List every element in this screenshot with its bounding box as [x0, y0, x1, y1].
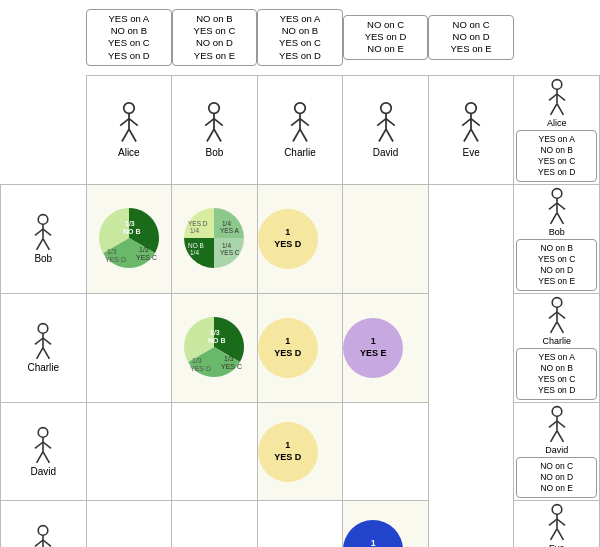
svg-text:1/4: 1/4	[222, 242, 231, 249]
svg-line-82	[35, 442, 43, 448]
alice-bob-cell: 1/3 NO B 1/3 YES C 1/3 YES D	[86, 184, 172, 293]
svg-line-16	[293, 129, 300, 141]
charlie-eve-cell: 1 YES E	[343, 293, 429, 402]
eve-david-circle: 1 NO C	[343, 520, 403, 547]
david-charlie-text: YES D	[274, 452, 301, 464]
svg-point-24	[466, 103, 477, 114]
charlie-row-label: Charlie	[27, 362, 59, 373]
charlie-row-figure: Charlie	[1, 293, 87, 402]
svg-text:1/3: 1/3	[125, 220, 135, 227]
bob-right-label: NO on BYES on CNO on DYES on E	[516, 239, 597, 291]
svg-line-3	[129, 119, 138, 126]
alice-person: Alice	[87, 101, 172, 158]
svg-line-26	[462, 119, 471, 126]
charlie-right-cell: Charlie YES on ANO on BYES on CYES on D	[514, 293, 600, 402]
svg-text:1/3: 1/3	[192, 357, 202, 364]
svg-text:1/3: 1/3	[107, 248, 117, 255]
charlie-eve-circle: 1 YES E	[343, 318, 403, 378]
charlie-bob-cell: 1/3 NO B 1/3 YES C 1/3 YES D	[172, 293, 258, 402]
svg-text:1/3: 1/3	[224, 355, 234, 362]
alice-top-label: YES on ANO on BYES on CYES on D	[86, 0, 172, 75]
svg-line-4	[122, 129, 129, 141]
david-right-label: NO on CNO on DNO on E	[516, 457, 597, 498]
bob-figure-cell: Bob	[172, 75, 258, 184]
svg-point-0	[124, 103, 135, 114]
svg-line-101	[557, 519, 565, 525]
svg-line-102	[550, 529, 556, 540]
svg-line-90	[550, 431, 556, 442]
svg-point-6	[209, 103, 220, 114]
alice-stick-figure	[111, 101, 147, 145]
david-right-stick-figure	[542, 405, 572, 445]
svg-point-80	[38, 428, 48, 438]
alice-right-name: Alice	[547, 118, 567, 128]
svg-line-83	[43, 442, 51, 448]
svg-line-23	[386, 129, 393, 141]
svg-point-18	[380, 103, 391, 114]
charlie-stick-figure	[282, 101, 318, 145]
svg-line-76	[549, 312, 557, 318]
svg-point-30	[552, 79, 562, 89]
eve-top-label: NO on CNO on DYES on E	[428, 0, 514, 75]
svg-text:NO B: NO B	[208, 337, 226, 344]
david-top-label: NO on CYES on DNO on E	[343, 0, 429, 75]
eve-david-value: 1	[371, 538, 376, 547]
eve-person: Eve	[429, 101, 514, 158]
svg-line-77	[557, 312, 565, 318]
david-charlie-circle: 1 YES D	[258, 422, 318, 482]
charlie-right-name: Charlie	[542, 336, 571, 346]
svg-point-92	[38, 526, 48, 536]
svg-line-61	[557, 212, 563, 223]
charlie-david-circle: 1 YES D	[258, 318, 318, 378]
svg-line-40	[37, 239, 43, 250]
svg-line-34	[550, 103, 556, 114]
svg-text:YES D: YES D	[190, 365, 211, 372]
david-row-figure: David	[1, 403, 87, 501]
alice-right-stick-figure	[542, 78, 572, 118]
eve-row-stick-figure	[28, 524, 58, 547]
svg-text:YES C: YES C	[220, 249, 240, 256]
svg-text:1/4: 1/4	[190, 249, 199, 256]
svg-text:YES A: YES A	[220, 227, 239, 234]
svg-line-27	[471, 119, 480, 126]
charlie-david-cell: 1 YES D	[257, 293, 343, 402]
svg-line-84	[37, 452, 43, 463]
david-label: David	[373, 147, 399, 158]
charlie-row-stick-figure	[28, 322, 58, 362]
svg-line-2	[120, 119, 129, 126]
svg-line-20	[377, 119, 386, 126]
svg-line-15	[300, 119, 309, 126]
svg-text:1/3: 1/3	[139, 246, 149, 253]
alice-charlie-pie: 1/4 YES A 1/4 YES C NO B 1/4 YES D 1/4	[180, 204, 248, 272]
alice-right-cell: Alice YES on ANO on BYES on CYES on D	[514, 75, 600, 184]
svg-line-64	[35, 338, 43, 344]
svg-line-28	[464, 129, 471, 141]
svg-line-58	[549, 203, 557, 209]
bob-right-stick-figure	[542, 187, 572, 227]
main-table: YES on ANO on BYES on CYES on D NO on BY…	[0, 0, 600, 547]
eve-david-cell: 1 NO C	[343, 501, 429, 547]
alice-bob-pie: 1/3 NO B 1/3 YES C 1/3 YES D	[95, 204, 163, 272]
alice-david-text: YES D	[274, 239, 301, 251]
eve-stick-figure	[453, 101, 489, 145]
svg-line-14	[291, 119, 300, 126]
charlie-eve-text: YES E	[360, 348, 387, 360]
svg-text:NO B: NO B	[123, 228, 141, 235]
svg-line-29	[471, 129, 478, 141]
svg-line-32	[549, 94, 557, 100]
svg-line-67	[43, 348, 49, 359]
eve-row-figure: Eve	[1, 501, 87, 547]
svg-line-11	[214, 129, 221, 141]
alice-david-circle: 1 YES D	[258, 209, 318, 269]
svg-point-56	[552, 188, 562, 198]
svg-line-22	[378, 129, 385, 141]
svg-point-36	[38, 215, 48, 225]
svg-text:1/4: 1/4	[222, 220, 231, 227]
svg-line-5	[129, 129, 136, 141]
bob-right-name: Bob	[549, 227, 565, 237]
eve-figure-cell: Eve	[428, 75, 514, 184]
david-figure-cell: David	[343, 75, 429, 184]
svg-line-38	[35, 229, 43, 235]
svg-line-33	[557, 94, 565, 100]
svg-line-89	[557, 421, 565, 427]
